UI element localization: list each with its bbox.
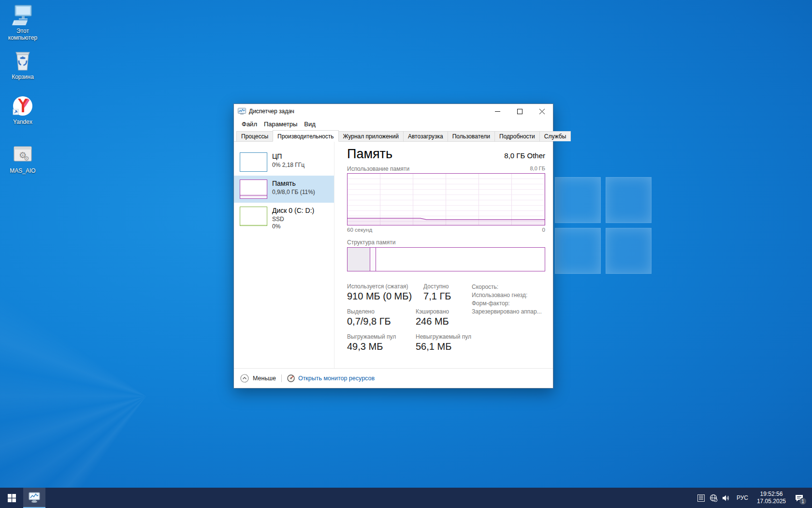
mas-aio-icon: ⚙ ⚙: [11, 144, 34, 166]
tab-performance[interactable]: Производительность: [273, 130, 338, 142]
desktop-icon-label: Корзина: [2, 74, 44, 80]
stat-label: Выделено: [347, 308, 404, 315]
stat-value: 910 МБ (0 МБ): [347, 291, 412, 302]
chart-x-right: 0: [542, 227, 545, 233]
recycle-bin-icon: [11, 50, 34, 72]
collapse-icon[interactable]: [240, 374, 249, 383]
memory-sub: 0,9/8,0 ГБ (11%): [272, 189, 315, 195]
yandex-browser-icon: [11, 95, 34, 117]
composition-modified-segment: [370, 248, 376, 271]
task-manager-taskbar-icon: [28, 492, 41, 503]
close-button[interactable]: [531, 104, 553, 119]
usage-chart-label: Использование памяти: [347, 165, 409, 172]
info-speed: Скорость:: [472, 283, 542, 291]
clock-date: 17.05.2025: [757, 498, 786, 505]
stat-value: 49,3 МБ: [347, 341, 404, 352]
info-form-factor: Форм-фактор:: [472, 299, 542, 308]
menu-view[interactable]: Вид: [301, 120, 319, 129]
tray-grid-icon[interactable]: [695, 488, 708, 508]
stat-label: Используется (сжатая): [347, 283, 412, 290]
disk-sub1: SSD: [272, 216, 314, 223]
stat-label: Кэшировано: [416, 308, 449, 315]
action-center-button[interactable]: 1: [791, 488, 807, 508]
tab-startup[interactable]: Автозагрузка: [403, 131, 448, 141]
stat-value: 7,1 ГБ: [423, 291, 451, 302]
stat-value: 56,1 МБ: [416, 341, 471, 352]
maximize-button[interactable]: [508, 104, 531, 119]
desktop-icon-label: Этот компьютер: [2, 28, 44, 41]
stat-value: 0,7/9,8 ГБ: [347, 316, 404, 327]
memory-title: Память: [272, 179, 315, 187]
memory-panel: Память 8,0 ГБ Other Использование памяти…: [334, 142, 553, 368]
disk-title: Диск 0 (C: D:): [272, 207, 314, 214]
menu-file[interactable]: Файл: [238, 120, 261, 129]
desktop-icon-yandex[interactable]: Yandex: [2, 95, 44, 125]
disk-sub2: 0%: [272, 223, 314, 230]
stat-label: Выгружаемый пул: [347, 333, 404, 340]
performance-sidebar: ЦП 0% 2,18 ГГц Память 0,9/8,0 ГБ (11%) Д…: [234, 142, 334, 368]
memory-usage-chart: [347, 173, 545, 225]
usage-chart-max: 8,0 ГБ: [530, 165, 545, 172]
system-tray: РУС 19:52:56 17.05.2025 1: [695, 488, 812, 508]
tab-app-history[interactable]: Журнал приложений: [338, 131, 404, 141]
open-resource-monitor-link[interactable]: Открыть монитор ресурсов: [298, 375, 375, 382]
sidebar-item-cpu[interactable]: ЦП 0% 2,18 ГГц: [234, 149, 334, 176]
language-indicator[interactable]: РУС: [733, 494, 752, 501]
taskbar: РУС 19:52:56 17.05.2025 1: [0, 488, 812, 508]
stat-value: 246 МБ: [416, 316, 449, 327]
taskbar-clock[interactable]: 19:52:56 17.05.2025: [752, 491, 791, 505]
tab-services[interactable]: Службы: [539, 131, 571, 141]
desktop-icon-mas-aio[interactable]: ⚙ ⚙ MAS_AIO: [2, 144, 44, 174]
desktop-icon-label: Yandex: [2, 119, 44, 125]
tab-processes[interactable]: Процессы: [236, 131, 273, 141]
minimize-button[interactable]: [486, 104, 508, 119]
resource-monitor-icon: [287, 374, 295, 382]
clock-time: 19:52:56: [757, 491, 786, 498]
window-title: Диспетчер задач: [249, 108, 486, 115]
this-pc-icon: [11, 4, 34, 26]
panel-title: Память: [347, 147, 392, 162]
fewer-details-button[interactable]: Меньше: [253, 375, 276, 382]
desktop-wallpaper: Этот компьютер Корзина Yandex: [0, 0, 812, 508]
sidebar-item-disk0[interactable]: Диск 0 (C: D:) SSD 0%: [234, 203, 334, 234]
stat-label: Невыгружаемый пул: [416, 333, 471, 340]
task-manager-app-icon: [238, 108, 246, 115]
stat-label: Доступно: [423, 283, 451, 290]
memory-total: 8,0 ГБ Other: [504, 151, 545, 162]
window-footer: Меньше Открыть монитор ресурсов: [234, 368, 553, 388]
composition-in-use-segment: [348, 248, 370, 271]
chart-x-left: 60 секунд: [347, 227, 372, 233]
notification-badge: 1: [799, 498, 806, 505]
info-slots-used: Использовано гнезд:: [472, 291, 542, 299]
memory-stats: Используется (сжатая) 910 МБ (0 МБ) Дост…: [347, 283, 470, 359]
info-hardware-reserved: Зарезервировано аппар...: [472, 308, 542, 316]
taskbar-task-manager-button[interactable]: [23, 488, 45, 508]
menu-bar: Файл Параметры Вид: [234, 119, 553, 130]
desktop-icon-label: MAS_AIO: [2, 167, 44, 174]
wallpaper-windows-logo: [555, 177, 652, 274]
cpu-sub: 0% 2,18 ГГц: [272, 162, 304, 168]
tab-details[interactable]: Подробности: [494, 131, 540, 141]
hardware-info: Скорость: Использовано гнезд: Форм-факто…: [472, 283, 542, 359]
start-button[interactable]: [0, 488, 23, 508]
tab-strip: Процессы Производительность Журнал прило…: [234, 130, 553, 142]
menu-options[interactable]: Параметры: [261, 120, 301, 129]
volume-icon[interactable]: [720, 488, 733, 508]
memory-composition-bar: [347, 247, 545, 271]
desktop-icon-recycle-bin[interactable]: Корзина: [2, 50, 44, 80]
tab-users[interactable]: Пользователи: [448, 131, 495, 141]
cpu-title: ЦП: [272, 152, 304, 160]
sidebar-item-memory[interactable]: Память 0,9/8,0 ГБ (11%): [234, 176, 334, 203]
footer-divider: [281, 374, 282, 382]
task-manager-window: Диспетчер задач Файл Параметры Вид Проце…: [233, 104, 553, 388]
memory-mini-graph: [240, 179, 267, 199]
composition-label: Структура памяти: [347, 239, 545, 246]
svg-text:⚙: ⚙: [24, 155, 29, 162]
cpu-mini-graph: [240, 152, 267, 172]
disk-mini-graph: [240, 207, 267, 226]
network-no-internet-icon[interactable]: [708, 488, 720, 508]
window-titlebar[interactable]: Диспетчер задач: [234, 104, 553, 119]
desktop-icon-this-pc[interactable]: Этот компьютер: [2, 4, 44, 41]
